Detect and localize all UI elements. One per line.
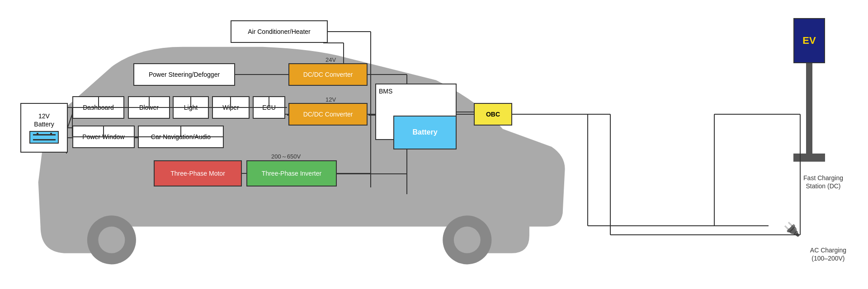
power-steering-label: Power Steering/Defogger [149,70,220,79]
diagram-container: 12V Battery Dashboard Blower Light Wiper… [0,0,868,289]
blower-box: Blower [128,96,170,119]
bms-label: BMS [379,87,392,95]
three-phase-inverter-box: Three-Phase Inverter [246,160,337,186]
blower-label: Blower [139,103,159,112]
ac-plug-icon: 🔌 [783,221,800,237]
power-window-label: Power Window [82,133,124,141]
light-label: Light [184,103,198,112]
ev-label: EV [802,35,816,47]
dc-dc-24v-box: DC/DC Converter [288,63,368,86]
voltage-24v-label: 24V [326,56,336,63]
voltage-12v-label: 12V [326,96,336,103]
air-conditioner-label: Air Conditioner/Heater [248,28,311,36]
dc-dc-12v-label: DC/DC Converter [303,110,353,118]
three-phase-motor-label: Three-Phase Motor [170,169,225,177]
ev-station: EV [793,18,825,162]
battery-12v-label: 12V Battery [34,112,54,128]
battery-12v-box: 12V Battery [20,103,68,153]
battery-main-label: Battery [412,128,437,137]
bms-box: BMS Battery [375,84,457,140]
ev-pole [806,63,812,154]
ecu-box: ECU [253,96,285,119]
dc-dc-24v-label: DC/DC Converter [303,70,353,79]
svg-point-1 [98,227,125,253]
ev-base [793,154,825,162]
dashboard-box: Dashboard [72,96,124,119]
ecu-label: ECU [262,103,276,112]
car-navigation-label: Car Navigation/Audio [151,133,211,141]
fast-charging-label: Fast ChargingStation (DC) [803,174,843,190]
ev-box: EV [793,18,825,63]
air-conditioner-box: Air Conditioner/Heater [231,20,328,43]
battery-12v-icon [29,131,59,144]
car-navigation-box: Car Navigation/Audio [138,126,224,148]
dashboard-label: Dashboard [83,103,114,112]
power-window-box: Power Window [72,126,135,148]
wiper-label: Wiper [222,103,239,112]
three-phase-motor-box: Three-Phase Motor [154,160,242,186]
light-box: Light [173,96,209,119]
voltage-200-650-label: 200～650V [271,153,301,161]
battery-main-box: Battery [393,116,457,149]
ac-charging-label: AC Charging(100–200V) [810,246,846,262]
obc-label: OBC [486,110,500,118]
svg-point-3 [454,227,481,253]
power-steering-box: Power Steering/Defogger [133,63,235,86]
wiper-box: Wiper [212,96,250,119]
dc-dc-12v-box: DC/DC Converter [288,103,368,126]
obc-box: OBC [474,103,512,126]
three-phase-inverter-label: Three-Phase Inverter [262,169,321,177]
